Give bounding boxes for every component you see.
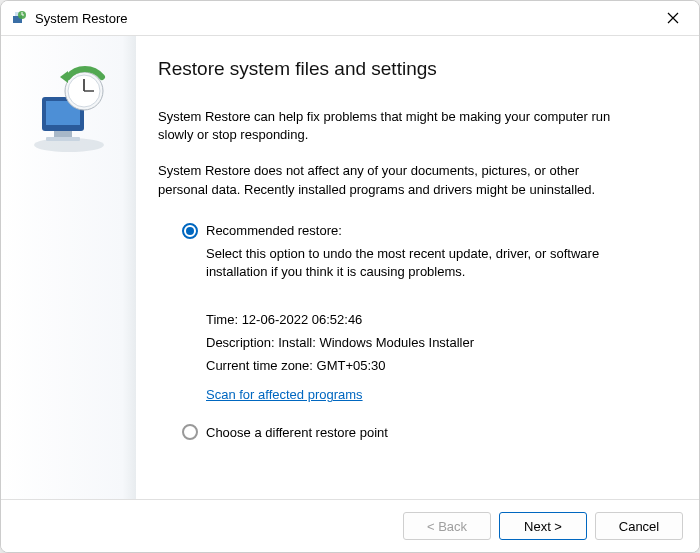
- back-button: < Back: [403, 512, 491, 540]
- restore-point-details: Time: 12-06-2022 06:52:46 Description: I…: [182, 309, 671, 377]
- cancel-button[interactable]: Cancel: [595, 512, 683, 540]
- wizard-footer: < Back Next > Cancel: [1, 499, 699, 552]
- restore-options: Recommended restore: Select this option …: [158, 223, 671, 441]
- radio-recommended[interactable]: [182, 223, 198, 239]
- radio-different-label: Choose a different restore point: [206, 425, 388, 440]
- window-title: System Restore: [35, 11, 651, 26]
- option-recommended[interactable]: Recommended restore:: [182, 223, 671, 239]
- close-button[interactable]: [651, 3, 695, 33]
- recommended-description: Select this option to undo the most rece…: [182, 245, 602, 281]
- detail-timezone: Current time zone: GMT+05:30: [206, 355, 671, 378]
- svg-rect-7: [46, 137, 80, 141]
- wizard-main: Restore system files and settings System…: [136, 36, 699, 499]
- svg-rect-6: [54, 131, 72, 137]
- wizard-sidebar: [1, 36, 136, 499]
- svg-marker-12: [60, 71, 68, 83]
- intro-paragraph-2: System Restore does not affect any of yo…: [158, 162, 628, 198]
- titlebar: System Restore: [1, 1, 699, 35]
- option-different[interactable]: Choose a different restore point: [182, 424, 671, 440]
- detail-time: Time: 12-06-2022 06:52:46: [206, 309, 671, 332]
- next-button[interactable]: Next >: [499, 512, 587, 540]
- radio-different[interactable]: [182, 424, 198, 440]
- intro-paragraph-1: System Restore can help fix problems tha…: [158, 108, 628, 144]
- content-area: Restore system files and settings System…: [1, 35, 699, 499]
- system-restore-window: System Restore: [0, 0, 700, 553]
- close-icon: [667, 12, 679, 24]
- system-restore-icon: [24, 60, 114, 499]
- radio-recommended-label: Recommended restore:: [206, 223, 342, 238]
- scan-affected-programs-link[interactable]: Scan for affected programs: [182, 387, 363, 402]
- page-heading: Restore system files and settings: [158, 58, 671, 80]
- detail-description: Description: Install: Windows Modules In…: [206, 332, 671, 355]
- app-icon: [11, 10, 27, 26]
